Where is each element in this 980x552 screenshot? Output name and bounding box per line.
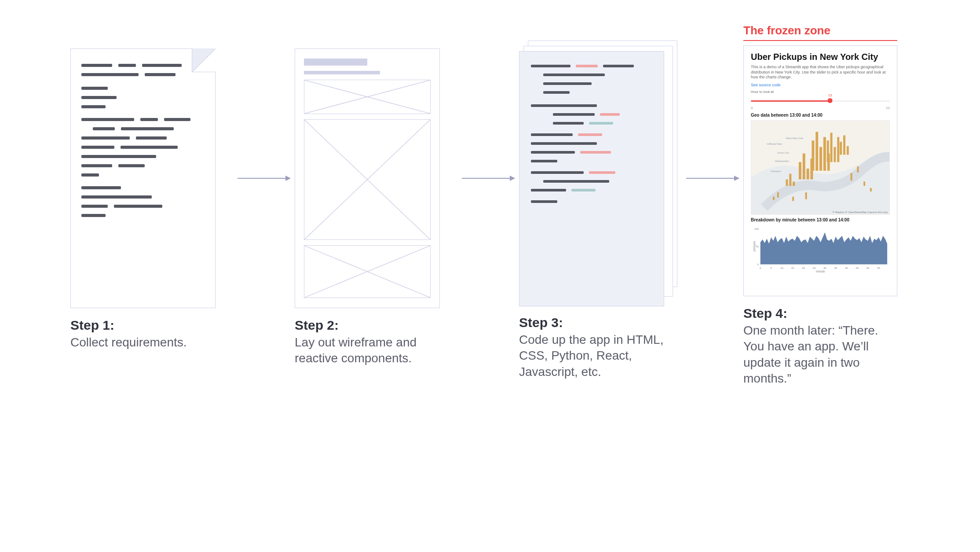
step-3-heading: Step 3: (519, 315, 677, 330)
svg-text:25: 25 (813, 267, 816, 269)
slider-value: 13 (828, 93, 832, 97)
svg-rect-30 (863, 181, 865, 186)
svg-rect-27 (773, 197, 775, 200)
source-code-link[interactable]: See source code (751, 83, 890, 87)
arrow-1-icon (233, 48, 295, 308)
frozen-zone-label: The frozen zone (743, 24, 830, 37)
svg-rect-15 (815, 132, 818, 171)
step-2-heading: Step 2: (295, 318, 453, 333)
geo-map[interactable]: Cliffside Park West New York Union City … (751, 120, 890, 215)
svg-text:Union City: Union City (777, 151, 789, 154)
svg-text:30: 30 (823, 267, 826, 269)
code-stack-icon (519, 40, 673, 300)
requirements-doc-icon (70, 48, 216, 308)
svg-text:5: 5 (771, 267, 772, 269)
svg-text:20: 20 (802, 267, 805, 269)
svg-text:Cliffside Park: Cliffside Park (767, 143, 782, 145)
svg-rect-29 (857, 166, 859, 173)
svg-rect-28 (851, 173, 852, 181)
svg-text:50: 50 (867, 267, 870, 269)
step-2-text: Lay out wireframe and reactive component… (295, 335, 453, 367)
svg-rect-12 (807, 169, 809, 180)
svg-text:Hoboken: Hoboken (771, 170, 781, 173)
svg-rect-25 (847, 146, 849, 155)
arrow-2-icon (457, 48, 519, 308)
step-2: Step 2: Lay out wireframe and reactive c… (295, 48, 457, 367)
svg-text:50: 50 (756, 245, 759, 248)
step-3-text: Code up the app in HTML, CSS, Python, Re… (519, 332, 677, 380)
map-icon: Cliffside Park West New York Union City … (751, 121, 889, 214)
streamlit-app-screenshot: Uber Pickups in New York City This is a … (743, 45, 897, 296)
svg-rect-11 (803, 154, 805, 180)
svg-rect-8 (789, 174, 791, 186)
svg-rect-21 (834, 147, 836, 162)
svg-rect-16 (819, 147, 822, 171)
svg-text:0: 0 (757, 263, 759, 266)
svg-text:minute: minute (816, 270, 825, 273)
svg-text:45: 45 (856, 267, 859, 269)
svg-text:10: 10 (780, 267, 783, 269)
svg-rect-32 (792, 197, 794, 201)
step-4-text: One month later: “There. You have an app… (743, 323, 902, 387)
svg-rect-10 (799, 162, 801, 179)
svg-rect-14 (812, 140, 814, 171)
hour-slider[interactable]: 13 (751, 96, 890, 104)
breakdown-chart: pickups 0501000510152025303540455055minu… (751, 225, 890, 273)
step-1-text: Collect requirements. (70, 335, 187, 350)
svg-text:Weehawken: Weehawken (775, 160, 789, 162)
svg-text:55: 55 (877, 267, 880, 269)
svg-rect-31 (870, 188, 872, 191)
page-fold-icon (192, 48, 216, 72)
svg-rect-20 (830, 133, 833, 162)
step-3: Step 3: Code up the app in HTML, CSS, Py… (519, 48, 682, 380)
geo-heading: Geo data between 13:00 and 14:00 (751, 113, 890, 118)
svg-text:West New York: West New York (786, 137, 804, 140)
svg-rect-9 (793, 181, 795, 186)
map-attribution: © Mapbox © OpenStreetMap Improve this ma… (833, 211, 888, 213)
breakdown-heading: Breakdown by minute between 13:00 and 14… (751, 217, 890, 222)
wireframe-doc-icon (295, 48, 440, 308)
svg-text:40: 40 (845, 267, 848, 269)
slider-max: 23 (886, 106, 890, 110)
step-4-heading: Step 4: (743, 306, 902, 321)
arrow-3-icon (682, 48, 743, 308)
svg-rect-17 (823, 137, 826, 171)
svg-rect-22 (837, 137, 839, 162)
slider-label: Hour to look at (751, 90, 890, 94)
svg-rect-7 (786, 180, 788, 186)
svg-text:15: 15 (791, 267, 794, 269)
frozen-zone-rule (743, 40, 897, 41)
svg-text:35: 35 (834, 267, 837, 269)
slider-min: 0 (751, 106, 753, 110)
svg-text:100: 100 (754, 228, 759, 230)
step-4: The frozen zone Uber Pickups in New York… (743, 24, 906, 387)
svg-text:0: 0 (760, 267, 761, 269)
step-1: Step 1: Collect requirements. (70, 48, 233, 350)
svg-rect-26 (777, 192, 779, 198)
svg-rect-24 (843, 135, 845, 155)
svg-rect-23 (840, 142, 842, 155)
y-axis-label: pickups (753, 241, 756, 252)
svg-rect-33 (805, 192, 807, 199)
step-1-heading: Step 1: (70, 318, 187, 333)
workflow-diagram: Step 1: Collect requirements. Step 2: La… (70, 48, 927, 387)
svg-rect-19 (827, 140, 829, 162)
app-title: Uber Pickups in New York City (751, 52, 890, 62)
app-subtitle: This is a demo of a Streamlit app that s… (751, 65, 890, 80)
